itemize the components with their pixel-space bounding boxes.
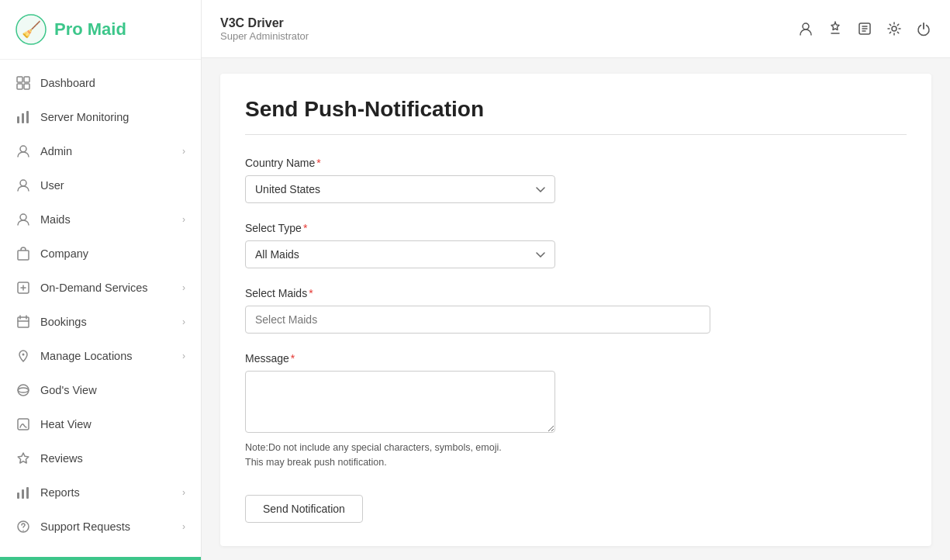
sidebar-item-user[interactable]: User [0, 168, 201, 202]
svg-point-9 [20, 146, 26, 152]
sidebar-item-admin[interactable]: Admin › [0, 134, 201, 168]
maids-label-text: Select Maids [245, 287, 307, 299]
logo-normal: Pro [54, 19, 88, 39]
sidebar-item-dashboard-label: Dashboard [40, 77, 185, 89]
sidebar-item-reports-label: Reports [40, 486, 173, 499]
svg-rect-4 [17, 84, 22, 89]
page-title: Send Push-Notification [245, 97, 907, 135]
sidebar-item-admin-label: Admin [40, 145, 173, 157]
sidebar-item-server-monitoring-label: Server Monitoring [40, 111, 185, 123]
message-textarea[interactable] [245, 371, 555, 433]
main-area: V3C Driver Super Administrator Send Push… [202, 0, 950, 560]
country-label-text: Country Name [245, 157, 315, 169]
country-required-star: * [316, 157, 320, 169]
sidebar-item-gods-view[interactable]: God's View [0, 373, 201, 407]
sidebar-item-support-requests[interactable]: Support Requests › [0, 510, 201, 544]
power-header-icon[interactable] [916, 21, 931, 36]
edit-header-icon[interactable] [857, 21, 872, 36]
sidebar-item-manage-locations-label: Manage Locations [40, 350, 173, 362]
reviews-icon [16, 451, 31, 466]
country-select[interactable]: United States Canada United Kingdom Aust… [245, 175, 555, 203]
chevron-down-icon: › [182, 521, 185, 532]
logo-icon: 🧹 [16, 14, 47, 45]
sidebar-bottom-bar [0, 557, 201, 560]
sidebar-item-reviews[interactable]: Reviews [0, 441, 201, 475]
sidebar-item-maids-label: Maids [40, 213, 173, 226]
message-note: Note:Do not include any special characte… [245, 441, 907, 470]
country-form-group: Country Name* United States Canada Unite… [245, 157, 907, 203]
user-header-icon[interactable] [798, 21, 814, 36]
reports-icon [16, 485, 31, 500]
support-icon [16, 519, 31, 534]
header-user: V3C Driver Super Administrator [220, 16, 309, 42]
sidebar-item-support-requests-label: Support Requests [40, 520, 173, 533]
svg-point-22 [22, 530, 24, 531]
dashboard-icon [16, 75, 31, 91]
sidebar-item-manage-locations[interactable]: Manage Locations › [0, 339, 201, 373]
svg-point-15 [22, 354, 25, 356]
svg-rect-12 [18, 251, 29, 260]
message-label: Message* [245, 352, 907, 365]
header: V3C Driver Super Administrator [202, 0, 950, 58]
sidebar-item-reports[interactable]: Reports › [0, 475, 201, 510]
logo-accent: Maid [88, 19, 126, 39]
sidebar-logo: 🧹 Pro Maid [0, 0, 201, 60]
send-notification-button[interactable]: Send Notification [245, 495, 363, 523]
page-card: Send Push-Notification Country Name* Uni… [220, 74, 931, 546]
message-form-group: Message* Note:Do not include any special… [245, 352, 907, 470]
alert-header-icon[interactable] [827, 21, 843, 36]
sidebar-item-user-label: User [40, 179, 185, 192]
chevron-down-icon: › [182, 316, 185, 327]
sidebar-item-company[interactable]: Company [0, 237, 201, 271]
chart-icon [16, 109, 31, 125]
chevron-down-icon: › [182, 487, 185, 498]
svg-point-23 [803, 23, 809, 29]
svg-rect-8 [26, 111, 29, 123]
svg-point-16 [18, 385, 29, 396]
svg-point-25 [892, 26, 896, 31]
company-icon [16, 246, 31, 261]
godsview-icon [16, 382, 31, 398]
bookings-icon [16, 314, 31, 330]
header-user-name: V3C Driver [220, 16, 309, 30]
sidebar: 🧹 Pro Maid Dashboard Server Monitoring A… [0, 0, 202, 560]
location-icon [16, 348, 31, 364]
page-content: Send Push-Notification Country Name* Uni… [202, 58, 950, 560]
type-form-group: Select Type* All Maids Specific Maids [245, 222, 907, 268]
type-select[interactable]: All Maids Specific Maids [245, 240, 555, 268]
svg-rect-2 [17, 77, 22, 82]
maids-label: Select Maids* [245, 287, 907, 299]
sidebar-item-server-monitoring[interactable]: Server Monitoring [0, 100, 201, 134]
type-required-star: * [303, 222, 307, 234]
svg-rect-20 [26, 487, 29, 499]
svg-point-11 [20, 214, 26, 220]
sidebar-item-dashboard[interactable]: Dashboard [0, 66, 201, 100]
svg-rect-14 [18, 317, 29, 327]
chevron-down-icon: › [182, 146, 185, 157]
chevron-down-icon: › [182, 282, 185, 293]
message-required-star: * [291, 352, 295, 365]
sidebar-item-bookings[interactable]: Bookings › [0, 305, 201, 339]
sidebar-item-maids[interactable]: Maids › [0, 202, 201, 237]
message-note-line1: Note:Do not include any special characte… [245, 442, 502, 453]
svg-text:🧹: 🧹 [22, 20, 41, 39]
svg-rect-3 [24, 77, 29, 82]
svg-rect-6 [17, 116, 19, 123]
sidebar-item-reviews-label: Reviews [40, 452, 185, 465]
header-user-role: Super Administrator [220, 30, 309, 42]
sidebar-item-heat-view[interactable]: Heat View [0, 407, 201, 441]
chevron-down-icon: › [182, 214, 185, 225]
gear-header-icon[interactable] [886, 21, 902, 36]
type-label: Select Type* [245, 222, 907, 234]
svg-rect-18 [17, 493, 19, 499]
logo-text: Pro Maid [54, 19, 126, 40]
chevron-down-icon: › [182, 351, 185, 361]
sidebar-item-company-label: Company [40, 247, 185, 260]
sidebar-item-on-demand-services[interactable]: On-Demand Services › [0, 271, 201, 305]
sidebar-item-gods-view-label: God's View [40, 384, 185, 396]
type-label-text: Select Type [245, 222, 302, 234]
maids-input[interactable] [245, 306, 710, 334]
maids-icon [16, 212, 31, 227]
heatview-icon [16, 417, 31, 432]
svg-rect-7 [22, 113, 24, 123]
